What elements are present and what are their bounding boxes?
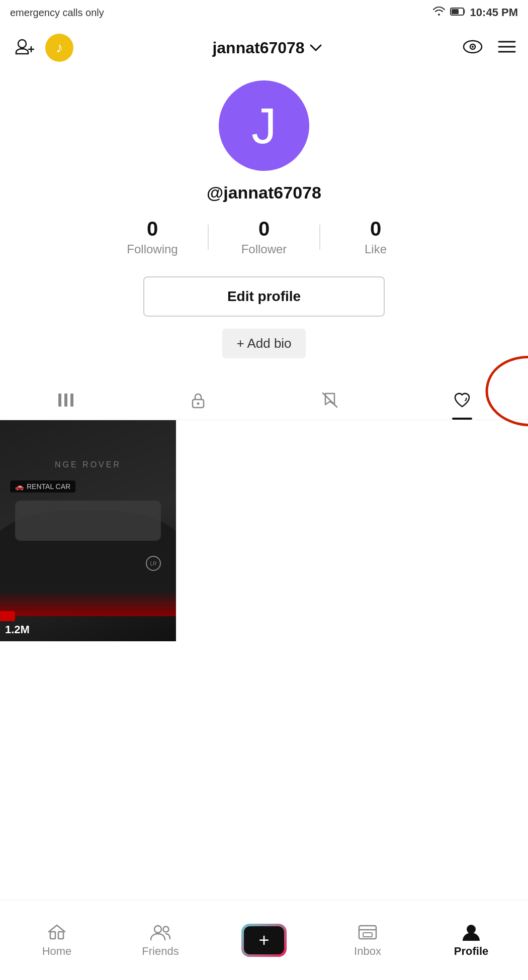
nav-profile[interactable]: Profile [419, 923, 523, 958]
tab-private[interactable] [132, 378, 265, 420]
following-label: Following [127, 242, 178, 256]
menu-icon[interactable] [498, 40, 516, 56]
username-switcher[interactable]: jannat67078 [212, 39, 322, 57]
top-nav-right [462, 39, 516, 57]
svg-rect-11 [70, 394, 73, 407]
tab-grid[interactable] [0, 378, 132, 420]
svg-rect-1 [452, 9, 459, 14]
inbox-label: Inbox [354, 945, 381, 958]
profile-username: @jannat67078 [207, 183, 321, 203]
nav-create[interactable]: + [212, 924, 316, 957]
status-bar: emergency calls only 10:45 PM [0, 0, 528, 25]
liked-icon [453, 390, 472, 410]
follower-stat[interactable]: 0 Follower [209, 218, 319, 256]
content-tabs [0, 378, 528, 420]
like-count: 0 [370, 218, 381, 240]
home-icon [46, 923, 67, 942]
video-count-1: 1.2M [5, 623, 30, 636]
svg-point-2 [18, 40, 26, 48]
following-stat[interactable]: 0 Following [97, 218, 208, 256]
avatar[interactable]: J [219, 80, 309, 171]
profile-label: Profile [454, 945, 488, 958]
svg-point-17 [154, 926, 161, 933]
nav-home[interactable]: Home [5, 923, 109, 958]
create-button[interactable]: + [241, 924, 287, 957]
add-bio-button[interactable]: + Add bio [222, 329, 305, 358]
like-stat[interactable]: 0 Like [320, 218, 431, 256]
avatar-letter: J [251, 97, 277, 155]
tab-favorites[interactable] [264, 378, 396, 420]
create-button-inner: + [244, 926, 284, 954]
lock-icon [189, 390, 208, 410]
svg-point-18 [163, 926, 169, 932]
svg-point-13 [197, 403, 199, 405]
add-user-button[interactable] [12, 35, 38, 61]
svg-rect-20 [363, 933, 372, 937]
svg-rect-15 [50, 932, 55, 939]
svg-point-21 [467, 925, 476, 934]
video-grid: NGE ROVER 🚗 RENTAL CAR LR 1.2M [0, 420, 528, 641]
following-count: 0 [147, 218, 158, 240]
plus-icon: + [258, 930, 269, 951]
chevron-down-icon [309, 43, 323, 52]
tiktok-logo[interactable]: ♪ [45, 34, 73, 62]
svg-rect-10 [64, 394, 67, 407]
svg-rect-9 [58, 394, 61, 407]
friends-label: Friends [142, 945, 179, 958]
wifi-icon [432, 6, 446, 20]
status-right: 10:45 PM [432, 6, 518, 20]
time-display: 10:45 PM [470, 6, 518, 19]
top-nav-left: ♪ [12, 34, 73, 62]
top-nav: ♪ jannat67078 [0, 25, 528, 70]
friends-icon [148, 923, 173, 942]
svg-rect-16 [58, 932, 63, 939]
tiktok-logo-text: ♪ [56, 40, 63, 56]
status-left-text: emergency calls only [10, 7, 104, 19]
eye-icon[interactable] [462, 39, 484, 57]
tab-liked[interactable] [396, 378, 529, 420]
stats-row: 0 Following 0 Follower 0 Like [0, 218, 528, 256]
like-label: Like [365, 242, 387, 256]
battery-icon [450, 6, 466, 19]
inbox-icon [357, 923, 378, 942]
username-text: jannat67078 [212, 39, 304, 57]
video-thumb-1[interactable]: NGE ROVER 🚗 RENTAL CAR LR 1.2M [0, 420, 176, 641]
nav-friends[interactable]: Friends [109, 923, 212, 958]
grid-icon [56, 390, 75, 410]
follower-label: Follower [241, 242, 287, 256]
home-label: Home [42, 945, 72, 958]
bookmark-slash-icon [320, 390, 339, 410]
profile-section: J @jannat67078 0 Following 0 Follower 0 … [0, 70, 528, 378]
follower-count: 0 [258, 218, 270, 240]
profile-icon [461, 923, 482, 942]
edit-profile-button[interactable]: Edit profile [143, 276, 385, 317]
nav-inbox[interactable]: Inbox [316, 923, 419, 958]
svg-point-5 [472, 46, 474, 48]
bottom-nav: Home Friends + Inbox [0, 900, 528, 980]
